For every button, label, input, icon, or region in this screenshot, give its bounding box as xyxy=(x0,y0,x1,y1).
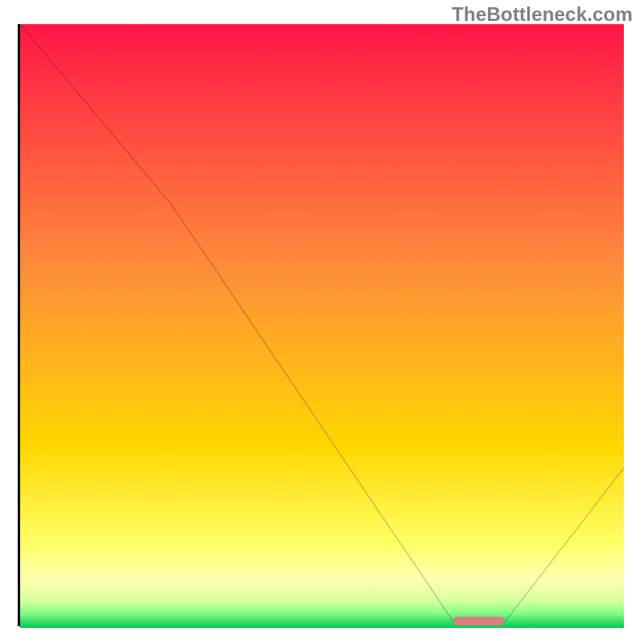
watermark-text: TheBottleneck.com xyxy=(452,3,633,26)
optimal-zone-marker xyxy=(453,617,505,625)
chart-container: TheBottleneck.com xyxy=(0,0,644,644)
plot-area xyxy=(18,24,624,626)
line-series xyxy=(20,24,624,624)
